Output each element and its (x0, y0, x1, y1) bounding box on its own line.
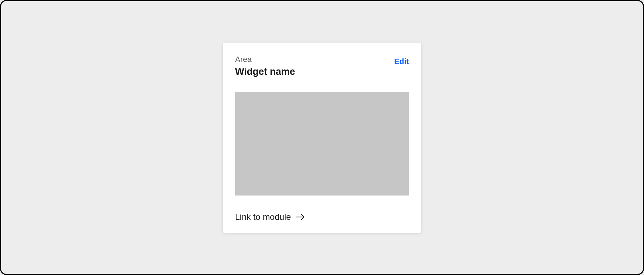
edit-button[interactable]: Edit (394, 57, 409, 66)
content-placeholder (235, 92, 409, 196)
area-label: Area (235, 55, 295, 64)
module-link-label: Link to module (235, 212, 291, 222)
header-text-group: Area Widget name (235, 55, 295, 77)
widget-card: Area Widget name Edit Link to module (223, 43, 421, 233)
widget-title: Widget name (235, 66, 295, 77)
arrow-right-icon (296, 213, 305, 221)
module-link[interactable]: Link to module (235, 212, 305, 222)
card-header: Area Widget name Edit (235, 55, 409, 77)
